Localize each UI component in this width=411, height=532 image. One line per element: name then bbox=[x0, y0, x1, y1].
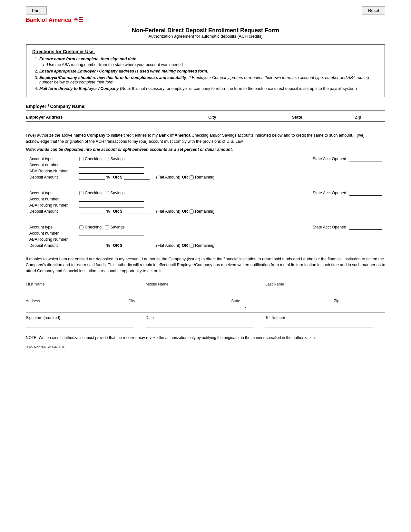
checking-checkbox-1[interactable] bbox=[79, 157, 83, 161]
signature-input[interactable] bbox=[26, 323, 133, 327]
checking-label-3[interactable]: Checking bbox=[79, 225, 102, 229]
state-input-1[interactable] bbox=[231, 305, 244, 310]
city-label: City bbox=[129, 299, 228, 303]
zip-label: Zip bbox=[334, 299, 382, 303]
deposit-pct-input-1[interactable] bbox=[79, 175, 105, 180]
savings-checkbox-1[interactable] bbox=[105, 157, 109, 161]
zip-cell: Zip bbox=[334, 299, 385, 310]
account-type-content-1: Checking Savings State Acct Opened bbox=[79, 157, 382, 161]
form-number: 00-53-2276NSB 04-2010 bbox=[26, 345, 385, 349]
account-number-input-1[interactable] bbox=[79, 163, 144, 168]
print-button-area[interactable]: Print Bank of America ★ ★ bbox=[26, 6, 84, 24]
checking-checkbox-3[interactable] bbox=[79, 225, 83, 229]
checking-label-1[interactable]: Checking bbox=[79, 157, 102, 161]
remaining-label-3[interactable]: Remaining bbox=[190, 243, 214, 248]
account-number-row-1: Account number bbox=[29, 163, 382, 168]
savings-label-1[interactable]: Savings bbox=[105, 157, 124, 161]
employer-address-input[interactable] bbox=[26, 124, 155, 129]
account-block-1: Account type Checking Savings State Acct… bbox=[26, 154, 385, 184]
account-type-row-1: Account type Checking Savings State Acct… bbox=[29, 157, 382, 161]
form-header: Non-Federal Direct Deposit Enrollment Re… bbox=[26, 27, 385, 39]
aba-input-1[interactable] bbox=[79, 169, 144, 174]
remaining-checkbox-3[interactable] bbox=[190, 244, 194, 248]
account-block-2: Account type Checking Savings State Acct… bbox=[26, 188, 385, 218]
or-remaining-label-2: OR bbox=[182, 209, 188, 214]
savings-label-2[interactable]: Savings bbox=[105, 191, 124, 195]
employer-zip-input[interactable] bbox=[331, 124, 380, 129]
deposit-pct-input-3[interactable] bbox=[79, 243, 105, 248]
state-dash-1: - bbox=[245, 305, 246, 310]
pct-sign-2: % bbox=[106, 209, 110, 214]
deposit-pct-input-2[interactable] bbox=[79, 209, 105, 214]
employer-name-input[interactable] bbox=[89, 104, 385, 109]
note-italic: Note: Funds can be deposited into one ac… bbox=[26, 147, 385, 152]
reset-button-area[interactable]: Reset bbox=[362, 6, 385, 15]
deposit-dollar-input-2[interactable] bbox=[124, 209, 150, 214]
or-remaining-label-3: OR bbox=[182, 243, 188, 248]
employer-address-header: Employer Address City State Zip bbox=[26, 113, 385, 122]
last-name-input[interactable] bbox=[265, 288, 376, 293]
date-label: Date bbox=[146, 315, 266, 320]
aba-input-2[interactable] bbox=[79, 203, 144, 208]
remaining-label-2[interactable]: Remaining bbox=[190, 209, 214, 214]
account-number-label-2: Account number bbox=[29, 197, 79, 201]
employer-city-input[interactable] bbox=[167, 124, 258, 129]
employer-city-label: City bbox=[161, 115, 263, 120]
deposit-content-1: % OR $ (Flat Amount) OR Remaining bbox=[79, 175, 382, 180]
savings-checkbox-3[interactable] bbox=[105, 225, 109, 229]
account-number-input-3[interactable] bbox=[79, 231, 144, 236]
flat-amount-label-3: (Flat Amount) bbox=[156, 243, 180, 248]
city-input[interactable] bbox=[129, 305, 218, 310]
address-input[interactable] bbox=[26, 305, 120, 310]
date-input[interactable] bbox=[146, 323, 254, 327]
personal-info-section: First Name Middle Name Last Name Address… bbox=[26, 279, 385, 330]
directions-box: Directions for Customer Use: Ensure enti… bbox=[26, 44, 385, 97]
deposit-dollar-input-3[interactable] bbox=[124, 243, 150, 248]
flat-amount-section-2: (Flat Amount) OR Remaining bbox=[156, 209, 218, 214]
deposit-dollar-input-1[interactable] bbox=[124, 175, 150, 180]
state-acct-input-3[interactable] bbox=[349, 225, 382, 230]
state-acct-label-2: State Acct Opened bbox=[313, 191, 346, 195]
middle-name-input[interactable] bbox=[146, 288, 257, 293]
account-number-label-3: Account number bbox=[29, 231, 79, 236]
aba-row-1: ABA Routing Number bbox=[29, 169, 382, 174]
flat-amount-section-3: (Flat Amount) OR Remaining bbox=[156, 243, 218, 248]
account-number-input-2[interactable] bbox=[79, 197, 144, 202]
first-name-input[interactable] bbox=[26, 288, 137, 293]
aba-content-1 bbox=[79, 169, 382, 174]
reset-button[interactable]: Reset bbox=[362, 6, 385, 15]
remaining-label-1[interactable]: Remaining bbox=[190, 175, 214, 179]
checking-label-2[interactable]: Checking bbox=[79, 191, 102, 195]
savings-label-3[interactable]: Savings bbox=[105, 225, 124, 229]
account-type-label-2: Account type bbox=[29, 191, 79, 195]
state-input-2[interactable] bbox=[247, 305, 259, 310]
aba-label-3: ABA Routing Number bbox=[29, 237, 79, 242]
account-number-content-2 bbox=[79, 197, 382, 202]
pct-sign-3: % bbox=[106, 243, 110, 248]
employer-state-input[interactable] bbox=[263, 124, 324, 129]
first-name-label: First Name bbox=[26, 282, 142, 286]
zip-input[interactable] bbox=[334, 305, 377, 310]
state-acct-input-1[interactable] bbox=[349, 157, 382, 161]
aba-input-3[interactable] bbox=[79, 237, 144, 242]
remaining-checkbox-1[interactable] bbox=[190, 175, 194, 179]
state-acct-label-1: State Acct Opened bbox=[313, 157, 346, 161]
auth-text: I (we) authorize the above named Company… bbox=[26, 132, 385, 145]
tel-input[interactable] bbox=[265, 323, 373, 327]
flat-amount-label-1: (Flat Amount) bbox=[156, 175, 180, 179]
logo-text: Bank of America bbox=[26, 17, 71, 24]
last-name-label: Last Name bbox=[265, 282, 382, 286]
pct-sign-1: % bbox=[106, 175, 110, 179]
signature-label: Signature (required) bbox=[26, 315, 146, 320]
aba-row-2: ABA Routing Number bbox=[29, 203, 382, 208]
state-acct-input-2[interactable] bbox=[349, 191, 382, 196]
account-number-row-2: Account number bbox=[29, 197, 382, 202]
savings-checkbox-2[interactable] bbox=[105, 191, 109, 195]
account-number-row-3: Account number bbox=[29, 231, 382, 236]
print-button[interactable]: Print bbox=[26, 6, 47, 15]
middle-name-label: Middle Name bbox=[146, 282, 262, 286]
account-type-label-1: Account type bbox=[29, 157, 79, 161]
or-label-2: OR $ bbox=[113, 209, 122, 214]
checking-checkbox-2[interactable] bbox=[79, 191, 83, 195]
remaining-checkbox-2[interactable] bbox=[190, 209, 194, 214]
